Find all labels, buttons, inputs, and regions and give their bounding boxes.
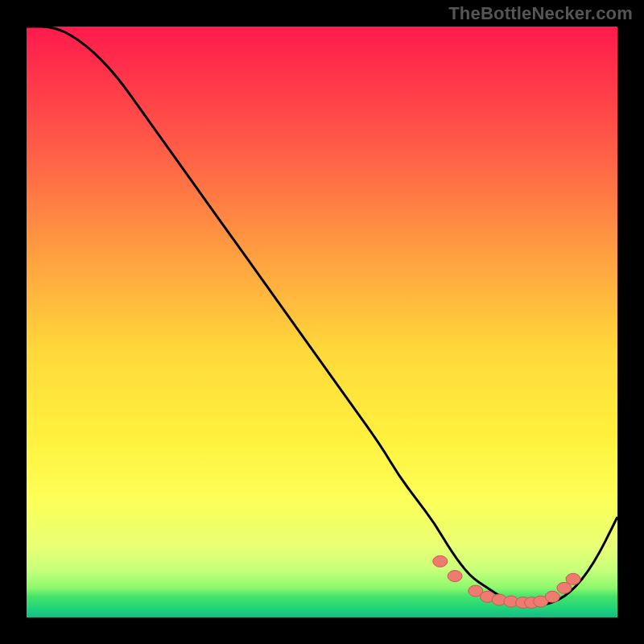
gradient-background (27, 27, 617, 617)
curve-marker (433, 555, 448, 567)
plot-area (27, 27, 617, 617)
plot-svg (27, 27, 617, 617)
curve-marker (566, 573, 580, 584)
chart-frame: TheBottleNecker.com (0, 0, 644, 644)
curve-marker (545, 591, 559, 602)
attribution-text: TheBottleNecker.com (448, 3, 633, 24)
curve-marker (448, 571, 462, 582)
